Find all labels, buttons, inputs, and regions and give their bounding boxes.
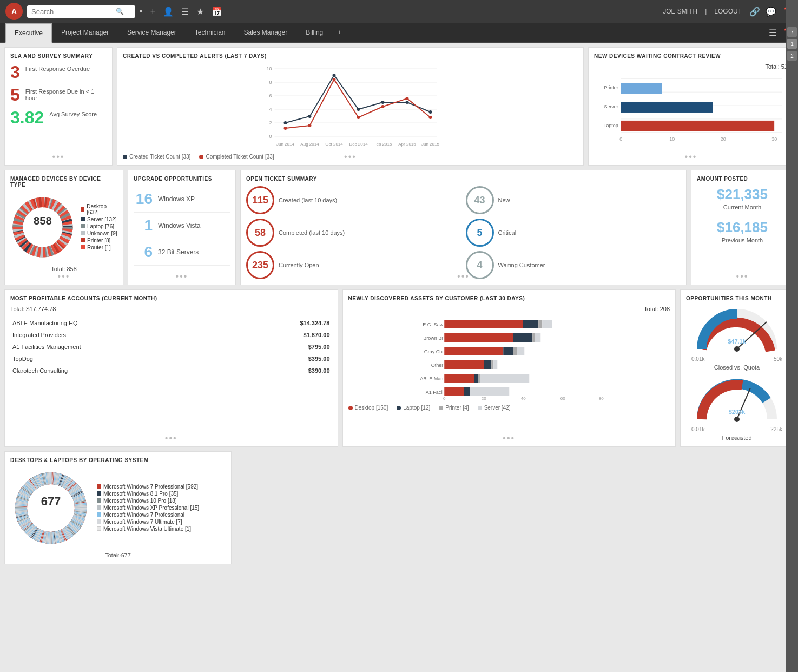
chart-icon[interactable]: ▪ [140, 6, 143, 16]
svg-point-28 [333, 78, 336, 81]
devices-chart-svg: 0 10 20 30 Printer Server Laptop [594, 73, 788, 149]
svg-point-26 [284, 127, 287, 130]
upgrade-label-1: Windows XP [158, 195, 195, 203]
main-content: SLA AND SURVEY SUMMARY 3 First Response … [0, 43, 798, 573]
svg-text:10: 10 [266, 66, 272, 71]
svg-text:858: 858 [34, 215, 52, 227]
tab-service-manager[interactable]: Service Manager [118, 23, 186, 42]
svg-point-20 [308, 115, 312, 118]
tab-technician[interactable]: Technician [186, 23, 235, 42]
gauge-2-svg: $203k [694, 376, 780, 425]
link-icon[interactable]: 🔗 [749, 6, 760, 17]
amount-prev-value: $16,185 [697, 219, 788, 236]
devices-total: Total: 51 [594, 63, 788, 70]
tab-sales-manager[interactable]: Sales Manager [235, 23, 297, 42]
open-tickets-title: OPEN TICKET SUMMARY [246, 176, 681, 182]
upgrade-num-1: 16 [134, 190, 153, 208]
upgrade-item-1: 16 Windows XP [134, 186, 230, 213]
ticket-label-3: Completed (last 10 days) [279, 229, 345, 236]
top-icons: ▪ + 👤 ☰ ★ 📅 [140, 6, 222, 17]
tickets-dots: ••• [457, 272, 470, 281]
ticket-label-2: New [498, 197, 510, 203]
svg-text:ABLE Man: ABLE Man [420, 376, 443, 381]
profit-val-2: $1,870.00 [232, 330, 331, 340]
os-donut-svg: 677 [10, 467, 91, 549]
chat-icon[interactable]: 💬 [766, 6, 776, 17]
ticket-circle-1: 115 [246, 186, 274, 214]
amount-prev-label: Previous Month [697, 237, 788, 243]
legend-completed: Completed Ticket Count [33] [199, 154, 274, 160]
svg-text:4: 4 [269, 107, 272, 112]
svg-rect-80 [480, 374, 529, 383]
svg-rect-71 [513, 347, 517, 355]
svg-text:Feb 2015: Feb 2015 [374, 142, 392, 147]
star-icon[interactable]: ★ [196, 6, 204, 17]
assets-title: NEWLY DISCOVERED ASSETS BY CUSTOMER (LAS… [348, 295, 670, 301]
amount-current-value: $21,335 [697, 186, 788, 203]
list-icon[interactable]: ☰ [181, 6, 189, 17]
svg-rect-61 [444, 320, 523, 328]
svg-point-27 [308, 124, 312, 127]
svg-point-32 [429, 116, 432, 119]
sidebar-num-7[interactable]: 7 [787, 27, 797, 37]
devices-dots: ••• [685, 152, 697, 162]
svg-text:0: 0 [443, 396, 446, 401]
sidebar-num-1[interactable]: 1 [787, 39, 797, 49]
svg-rect-84 [470, 387, 509, 396]
gauge-2-values: 0.01k 225k [686, 426, 788, 432]
user-icon[interactable]: 👤 [163, 6, 174, 17]
tab-billing[interactable]: Billing [296, 23, 332, 42]
donut-container: 858 Desktop [632] Server [132] Laptop [7… [10, 192, 117, 262]
right-sidebar: 7 1 2 [786, 0, 798, 573]
logout-button[interactable]: LOGOUT [714, 8, 742, 15]
opps-dots: ••• [731, 433, 743, 443]
profit-val-5: $390.00 [232, 365, 331, 376]
svg-text:Apr 2015: Apr 2015 [398, 142, 416, 147]
search-icon[interactable]: 🔍 [116, 8, 124, 15]
svg-point-21 [333, 74, 336, 77]
svg-rect-68 [535, 333, 540, 342]
tab-add-button[interactable]: + [332, 24, 347, 41]
tab-project-manager[interactable]: Project Manager [52, 23, 118, 42]
svg-text:Gray Chi: Gray Chi [424, 349, 443, 354]
gauge-1-values: 0.01k 50k [686, 356, 788, 362]
sla-dots: ••• [52, 152, 65, 162]
plus-icon[interactable]: + [150, 6, 155, 16]
upgrade-title: UPGRADE OPPORTUNITIES [134, 176, 230, 182]
assets-chart-svg: E.G. Saw Brown Br Gray Chi Other ABLE Ma… [348, 314, 670, 401]
search-input[interactable] [31, 8, 113, 16]
profit-row-2: Integrated Providers $1,870.00 [11, 330, 331, 340]
hamburger-icon[interactable]: ☰ [769, 28, 776, 38]
ticket-item-1: 115 Created (last 10 days) [246, 186, 461, 214]
svg-rect-77 [444, 374, 474, 383]
ticket-label-1: Created (last 10 days) [279, 197, 337, 203]
opps-title: OPPORTUNITIES THIS MONTH [686, 295, 788, 301]
tab-executive[interactable]: Executive [5, 23, 52, 43]
open-tickets-panel: OPEN TICKET SUMMARY 115 Created (last 10… [240, 170, 687, 285]
svg-point-29 [357, 116, 360, 119]
ticket-item-6: 4 Waiting Customer [466, 251, 681, 279]
svg-text:20: 20 [721, 136, 726, 142]
calendar-icon[interactable]: 📅 [212, 6, 222, 17]
donut-legend: Desktop [632] Server [132] Laptop [76] U… [81, 203, 117, 252]
search-box[interactable]: 🔍 [27, 5, 135, 18]
sidebar-num-2[interactable]: 2 [787, 51, 797, 61]
svg-rect-82 [464, 387, 470, 396]
os-legend: Microsoft Windows 7 Professional [592] M… [97, 484, 199, 533]
profit-val-1: $14,324.78 [232, 318, 331, 328]
svg-point-31 [406, 97, 409, 100]
profit-table: ABLE Manufacturing HQ $14,324.78 Integra… [10, 317, 332, 377]
svg-text:Server: Server [604, 104, 618, 109]
os-panel: DESKTOPS & LAPTOPS BY OPERATING SYSTEM [4, 451, 232, 564]
profit-name-4: TopDog [11, 353, 230, 364]
svg-text:6: 6 [269, 93, 272, 98]
svg-text:Laptop: Laptop [603, 123, 618, 128]
sla-item-3: 3.82 Avg Survey Score [10, 109, 107, 126]
upgrade-item-2: 1 Windows Vista [134, 213, 230, 239]
profitable-panel: MOST PROFITABLE ACCOUNTS (CURRENT MONTH)… [4, 289, 338, 447]
assets-panel: NEWLY DISCOVERED ASSETS BY CUSTOMER (LAS… [342, 289, 676, 447]
svg-text:20: 20 [481, 396, 486, 401]
svg-rect-64 [542, 320, 552, 328]
svg-point-30 [381, 105, 385, 108]
row-4: DESKTOPS & LAPTOPS BY OPERATING SYSTEM [4, 451, 794, 564]
